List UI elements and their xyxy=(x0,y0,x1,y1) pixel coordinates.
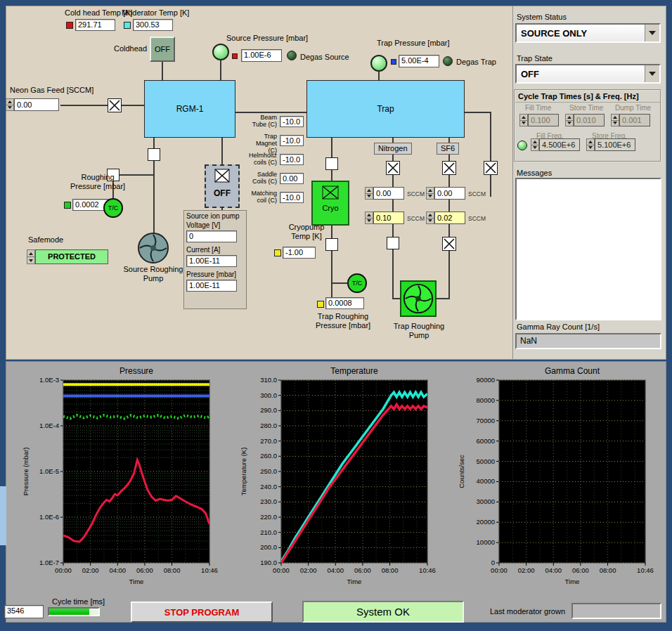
svg-text:230.0: 230.0 xyxy=(260,497,277,505)
sf6-setpoint-value[interactable]: 0.02 xyxy=(434,212,465,224)
safemode-ring[interactable]: PROTECTED xyxy=(27,249,108,264)
trap-pump-label: Trap Roughing Pump xyxy=(389,322,448,340)
degas-source-led-icon[interactable] xyxy=(287,51,297,60)
spin-down-button[interactable] xyxy=(612,121,619,126)
junction-valve-icon[interactable] xyxy=(325,238,338,251)
spin-down-button[interactable] xyxy=(427,219,434,224)
n2-flow-setpoint[interactable]: 0.10 xyxy=(365,212,404,224)
vent-valve-icon[interactable] xyxy=(484,161,498,175)
svg-text:Time: Time xyxy=(347,578,362,585)
spin-up-button[interactable] xyxy=(6,99,13,105)
svg-text:270.0: 270.0 xyxy=(260,437,277,445)
spin-up-button[interactable] xyxy=(27,250,34,257)
spin-down-button[interactable] xyxy=(27,257,34,264)
neon-feed-stepper[interactable]: 0.00 xyxy=(6,98,59,111)
spin-down-button[interactable] xyxy=(520,121,527,126)
cycle-enable-led-icon[interactable] xyxy=(517,141,527,150)
isolation-valve[interactable]: OFF xyxy=(205,164,240,208)
spin-down-button[interactable] xyxy=(6,105,13,111)
source-pump-label: Source Roughing Pump xyxy=(121,265,186,283)
cryopump-temp-value: -1.00 xyxy=(283,247,316,259)
svg-text:1.0E-3: 1.0E-3 xyxy=(39,376,59,384)
junction-valve-icon[interactable] xyxy=(148,148,160,161)
dump-time-value[interactable]: 0.001 xyxy=(619,114,650,126)
spin-down-button[interactable] xyxy=(366,194,373,200)
store-time-value[interactable]: 0.010 xyxy=(574,114,605,126)
isolation-valve-state: OFF xyxy=(214,188,231,198)
sf6-flow-readout[interactable]: 0.00 xyxy=(426,187,465,200)
spin-up-button[interactable] xyxy=(366,188,373,194)
sf6-flow-value[interactable]: 0.00 xyxy=(434,187,465,200)
safemode-value[interactable]: PROTECTED xyxy=(35,249,108,264)
svg-text:90000: 90000 xyxy=(477,376,495,384)
neon-feed-value[interactable]: 0.00 xyxy=(14,98,59,111)
svg-text:02:00: 02:00 xyxy=(82,566,99,574)
coil-label: Saddle Coils (C) xyxy=(247,171,277,185)
dropdown-arrow-icon[interactable] xyxy=(645,25,659,41)
ion-pump-current-value: 1.00E-11 xyxy=(186,255,237,267)
junction-valve-icon[interactable] xyxy=(325,157,338,170)
degas-trap-led-icon[interactable] xyxy=(443,56,453,66)
spin-up-button[interactable] xyxy=(520,115,527,121)
sf6-flow-setpoint[interactable]: 0.02 xyxy=(426,212,465,224)
system-status-value[interactable]: SOURCE ONLY xyxy=(517,25,645,41)
trap-state-dropdown[interactable]: OFF xyxy=(515,64,661,84)
nitrogen-valve-icon[interactable] xyxy=(386,161,400,175)
svg-text:60000: 60000 xyxy=(477,437,495,445)
spin-up-button[interactable] xyxy=(587,139,594,145)
cryopump-valve[interactable]: Cryo xyxy=(311,181,349,226)
spin-up-button[interactable] xyxy=(427,212,434,219)
spin-up-button[interactable] xyxy=(427,188,434,194)
n2-setpoint-value[interactable]: 0.10 xyxy=(373,212,404,224)
messages-box[interactable] xyxy=(515,178,661,320)
svg-text:0: 0 xyxy=(491,559,495,566)
store-time-stepper[interactable]: 0.010 xyxy=(565,114,605,126)
n2-flow-readout[interactable]: 0.00 xyxy=(365,187,404,200)
spin-down-button[interactable] xyxy=(531,145,538,151)
store-freq-stepper[interactable]: 5.100E+6 xyxy=(586,138,635,151)
safemode-label: Safemode xyxy=(28,235,63,244)
fill-time-value[interactable]: 0.100 xyxy=(528,114,559,126)
desktop-edge xyxy=(0,486,6,545)
spin-down-button[interactable] xyxy=(427,194,434,200)
spin-down-button[interactable] xyxy=(587,145,594,151)
ion-pump-pressure-value: 1.00E-11 xyxy=(186,280,237,292)
fill-freq-stepper[interactable]: 4.500E+6 xyxy=(531,138,580,151)
svg-text:02:00: 02:00 xyxy=(300,566,317,574)
svg-text:10:46: 10:46 xyxy=(637,566,654,574)
n2-flow-value[interactable]: 0.00 xyxy=(373,187,404,200)
ion-pump-current-label: Current [A] xyxy=(186,246,220,254)
gamma-count-label: Gamma Ray Count [1/s] xyxy=(517,323,600,331)
source-pressure-label: Source Pressure [mbar] xyxy=(226,34,308,42)
spin-up-button[interactable] xyxy=(366,212,373,219)
trap-state-value[interactable]: OFF xyxy=(517,65,645,82)
junction-valve-icon[interactable] xyxy=(387,237,399,249)
neon-valve-icon[interactable] xyxy=(108,98,122,112)
store-freq-value[interactable]: 5.100E+6 xyxy=(595,138,635,151)
line-valve-icon[interactable] xyxy=(442,237,456,251)
spin-up-button[interactable] xyxy=(566,115,573,121)
roughing-pressure-label: Roughing Pressure [mbar] xyxy=(67,173,128,191)
trap-pressure-label: Trap Pressure [mbar] xyxy=(377,39,450,47)
coil-value: -10.0 xyxy=(280,154,304,165)
spin-down-button[interactable] xyxy=(566,121,573,126)
sf6-valve-icon[interactable] xyxy=(442,161,456,175)
svg-text:Counts/sec: Counts/sec xyxy=(458,455,465,488)
dropdown-arrow-icon[interactable] xyxy=(645,65,659,82)
thermocouple-gauge-icon: T/C xyxy=(103,198,123,218)
spin-down-button[interactable] xyxy=(366,219,373,224)
coldhead-off-button[interactable]: OFF xyxy=(150,37,175,62)
svg-text:Pressure (mbar): Pressure (mbar) xyxy=(22,448,30,496)
trap-roughing-pump-icon[interactable] xyxy=(400,280,437,317)
dump-time-stepper[interactable]: 0.001 xyxy=(611,114,650,126)
ion-pump-pressure-label: Pressure [mbar] xyxy=(186,271,236,279)
sccm-unit-label: SCCM xyxy=(468,215,486,222)
system-status-dropdown[interactable]: SOURCE ONLY xyxy=(515,23,661,43)
svg-text:190.0: 190.0 xyxy=(260,559,277,566)
spin-up-button[interactable] xyxy=(531,139,538,145)
stop-program-button[interactable]: STOP PROGRAM xyxy=(131,601,273,623)
fill-time-stepper[interactable]: 0.100 xyxy=(519,114,559,126)
spin-up-button[interactable] xyxy=(612,115,619,121)
fill-freq-value[interactable]: 4.500E+6 xyxy=(539,138,580,151)
source-roughing-pump-icon[interactable] xyxy=(137,232,169,267)
